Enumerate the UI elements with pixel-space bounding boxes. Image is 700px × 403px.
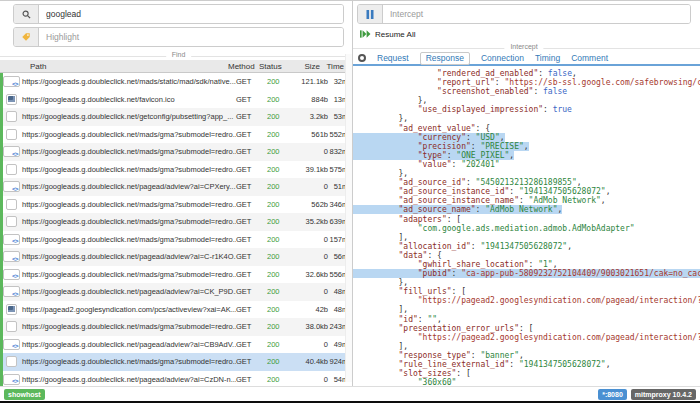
flow-path: https://googleads.g.doubleclick.net/mads… [20, 147, 236, 156]
flow-status: 200 [267, 340, 296, 349]
flow-method: GET [236, 322, 267, 331]
resource-type-icon [3, 269, 20, 280]
flow-method: GET [236, 182, 267, 191]
flow-path: https://googleads.g.doubleclick.net/favi… [20, 95, 236, 104]
flow-method: GET [236, 252, 267, 261]
flow-path: https://googleads.g.doubleclick.net/page… [20, 340, 236, 349]
detail-tabbar: RequestResponseConnectionTimingComment [353, 52, 700, 66]
resource-type-icon [3, 286, 20, 297]
flow-size: 32.6kb [296, 270, 328, 279]
flow-status: 200 [267, 270, 296, 279]
flow-row[interactable]: https://googleads.g.doubleclick.net/mads… [0, 196, 352, 214]
tab-comment[interactable]: Comment [571, 53, 608, 64]
find-panel: Find [0, 1, 352, 60]
resume-all-button[interactable]: Resume All [360, 29, 430, 40]
flow-row[interactable]: https://googleads.g.doubleclick.net/page… [0, 336, 352, 354]
flow-row[interactable]: https://googleads.g.doubleclick.net/mads… [0, 73, 352, 91]
status-bar: showhost *:8080 mitmproxy 10.4.2 [0, 386, 700, 401]
resource-type-icon [3, 234, 20, 245]
resource-type-icon [3, 339, 20, 350]
flow-row[interactable]: https://googleads.g.doubleclick.net/page… [0, 178, 352, 196]
flow-path: https://pagead2.googlesyndication.com/pc… [20, 305, 236, 314]
flow-row[interactable]: https://googleads.g.doubleclick.net/mads… [0, 161, 352, 179]
flow-size: 0 [296, 235, 328, 244]
flow-size: 0 [296, 375, 328, 384]
flow-path: https://googleads.g.doubleclick.net/getc… [20, 112, 236, 121]
flow-row[interactable]: https://googleads.g.doubleclick.net/mads… [0, 126, 352, 144]
resource-type-icon [3, 146, 20, 157]
response-body[interactable]: "rendered_ad_enabled": false, "report_ur… [353, 66, 700, 386]
flow-row[interactable]: https://googleads.g.doubleclick.net/mads… [0, 231, 352, 249]
resume-all-label: Resume All [375, 30, 415, 39]
flow-status: 200 [267, 235, 296, 244]
flow-size: 42b [296, 305, 328, 314]
flow-status: 200 [267, 182, 296, 191]
resource-type-icon [6, 321, 17, 332]
resource-type-icon [6, 304, 17, 315]
flow-path: https://googleads.g.doubleclick.net/mads… [20, 77, 236, 86]
flow-path: https://googleads.g.doubleclick.net/page… [20, 375, 236, 384]
flow-method: GET [236, 165, 267, 174]
highlight-input[interactable] [39, 28, 343, 46]
flow-path: https://googleads.g.doubleclick.net/page… [20, 182, 236, 191]
intercept-input[interactable] [383, 5, 690, 23]
flow-method: GET [236, 235, 267, 244]
flow-status: 200 [267, 287, 296, 296]
resource-type-icon [6, 111, 17, 122]
showhost-badge: showhost [4, 389, 45, 400]
flow-size: 39.1kb [296, 165, 328, 174]
tab-connection[interactable]: Connection [481, 53, 524, 64]
resource-type-icon [6, 356, 17, 367]
flow-row[interactable]: https://googleads.g.doubleclick.net/favi… [0, 91, 352, 109]
flow-method: GET [236, 287, 267, 296]
flow-status: 200 [267, 252, 296, 261]
resource-type-icon [6, 164, 17, 175]
tab-response[interactable]: Response [420, 52, 470, 65]
flow-row[interactable]: https://googleads.g.doubleclick.net/page… [0, 283, 352, 301]
flow-status: 200 [267, 322, 296, 331]
flow-row[interactable]: https://googleads.g.doubleclick.net/getc… [0, 108, 352, 126]
flow-method: GET [236, 147, 267, 156]
flow-size: 38.0kb [296, 322, 328, 331]
flow-row[interactable]: https://googleads.g.doubleclick.net/mads… [0, 143, 352, 161]
intercept-input-group [357, 4, 691, 24]
flow-status: 200 [267, 147, 296, 156]
header-status: Status [259, 62, 288, 71]
flow-path: https://googleads.g.doubleclick.net/page… [20, 287, 236, 296]
flow-method: GET [236, 77, 267, 86]
flow-status: 200 [267, 112, 296, 121]
flow-row[interactable]: https://googleads.g.doubleclick.net/page… [0, 371, 352, 387]
flow-path: https://googleads.g.doubleclick.net/mads… [20, 130, 236, 139]
resource-type-icon [6, 199, 17, 210]
tab-timing[interactable]: Timing [535, 53, 560, 64]
flow-row[interactable]: https://googleads.g.doubleclick.net/page… [0, 248, 352, 266]
flow-method: GET [236, 112, 267, 121]
tag-icon [14, 28, 39, 46]
flow-method: GET [236, 270, 267, 279]
listen-address-badge: *:8080 [598, 389, 627, 400]
version-badge: mitmproxy 10.4.2 [631, 389, 696, 400]
flow-size: 562b [296, 200, 328, 209]
resource-type-icon [3, 374, 20, 385]
flow-method: GET [236, 217, 267, 226]
flow-method: GET [236, 357, 267, 366]
flow-row[interactable]: https://googleads.g.doubleclick.net/mads… [0, 213, 352, 231]
flow-size: 0 [296, 182, 328, 191]
flow-list-scrollbar[interactable] [345, 54, 352, 382]
flow-path: https://googleads.g.doubleclick.net/mads… [20, 200, 236, 209]
flow-path: https://googleads.g.doubleclick.net/page… [20, 252, 236, 261]
flow-status: 200 [267, 305, 296, 314]
view-options-gear-icon[interactable] [358, 54, 366, 62]
flow-table-header: Path Method Status Size Time [0, 60, 352, 73]
flow-status: 200 [267, 357, 296, 366]
flow-status: 200 [267, 200, 296, 209]
flow-row[interactable]: https://googleads.g.doubleclick.net/mads… [0, 353, 352, 371]
search-input[interactable] [39, 5, 343, 23]
flow-size: 884b [296, 95, 328, 104]
flow-row[interactable]: https://googleads.g.doubleclick.net/mads… [0, 266, 352, 284]
flow-row[interactable]: https://googleads.g.doubleclick.net/mads… [0, 318, 352, 336]
flow-path: https://googleads.g.doubleclick.net/mads… [20, 270, 236, 279]
header-size: Size [288, 62, 320, 71]
tab-request[interactable]: Request [377, 53, 409, 64]
flow-row[interactable]: https://pagead2.googlesyndication.com/pc… [0, 301, 352, 319]
